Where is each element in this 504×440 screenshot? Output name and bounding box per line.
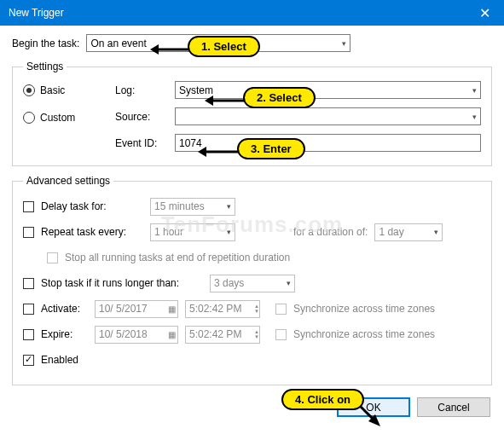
callout-2: 2. Select <box>243 87 316 108</box>
radio-icon <box>23 112 35 124</box>
repeat-checkbox[interactable] <box>23 227 34 238</box>
expire-time <box>185 326 260 344</box>
activate-time <box>185 300 260 318</box>
repeat-label: Repeat task every: <box>41 226 143 238</box>
callout-3: 3. Enter <box>237 138 305 159</box>
arrow-icon <box>205 92 247 109</box>
radio-custom-label: Custom <box>40 112 75 124</box>
eventid-label: Event ID: <box>115 137 175 149</box>
expire-checkbox[interactable] <box>23 329 34 340</box>
stop-repeat-checkbox <box>47 252 58 263</box>
duration-value: 1 day <box>379 226 403 238</box>
title-bar: New Trigger ✕ <box>0 0 504 26</box>
spinner-icon: ▲▼ <box>254 329 259 339</box>
chevron-down-icon: ▾ <box>287 279 291 287</box>
radio-custom[interactable]: Custom <box>23 112 100 124</box>
stop-runs-label: Stop task if it runs longer than: <box>41 277 203 289</box>
svg-marker-1 <box>150 44 159 55</box>
spinner-icon: ▲▼ <box>254 304 259 314</box>
chevron-down-icon: ▾ <box>342 39 346 48</box>
stop-runs-checkbox[interactable] <box>23 278 34 289</box>
advanced-group: Advanced settings Delay task for: 15 min… <box>12 175 492 385</box>
log-label: Log: <box>115 84 175 96</box>
expire-date <box>95 326 178 344</box>
settings-legend: Settings <box>23 61 67 72</box>
repeat-value: 1 hour <box>154 226 183 238</box>
arrow-icon <box>198 143 240 160</box>
callout-4: 4. Click on <box>281 389 364 410</box>
chevron-down-icon: ▾ <box>472 86 477 95</box>
cancel-button[interactable]: Cancel <box>417 397 490 417</box>
svg-marker-5 <box>198 147 206 157</box>
stop-repeat-label: Stop all running tasks at end of repetit… <box>65 252 290 263</box>
sync-expire-checkbox <box>275 329 287 340</box>
chevron-down-icon: ▾ <box>227 202 231 211</box>
begin-task-value: On an event <box>90 38 146 49</box>
stop-runs-select: 3 days ▾ <box>210 275 295 292</box>
chevron-down-icon: ▾ <box>434 228 438 236</box>
close-icon: ✕ <box>479 5 490 21</box>
delay-value: 15 minutes <box>154 200 205 212</box>
radio-basic[interactable]: Basic <box>23 84 100 96</box>
chevron-down-icon: ▾ <box>472 113 477 121</box>
activate-checkbox[interactable] <box>23 304 34 315</box>
delay-select: 15 minutes ▾ <box>150 198 235 216</box>
source-label: Source: <box>115 111 175 123</box>
svg-marker-3 <box>205 96 213 106</box>
close-button[interactable]: ✕ <box>466 0 504 26</box>
source-select[interactable]: ▾ <box>175 107 481 125</box>
enabled-label: Enabled <box>41 354 78 366</box>
radio-icon <box>23 84 35 96</box>
callout-1: 1. Select <box>188 36 260 57</box>
begin-task-label: Begin the task: <box>12 38 79 49</box>
advanced-legend: Advanced settings <box>23 175 113 187</box>
dialog-content: Begin the task: On an event ▾ Settings B… <box>0 26 504 429</box>
expire-label: Expire: <box>41 328 88 340</box>
activate-date <box>95 300 178 318</box>
arrow-icon <box>150 41 193 58</box>
duration-select: 1 day ▾ <box>374 223 443 241</box>
delay-checkbox[interactable] <box>23 201 34 212</box>
chevron-down-icon: ▾ <box>227 228 231 236</box>
sync-activate-label: Synchronize across time zones <box>293 303 435 315</box>
enabled-checkbox[interactable] <box>23 355 34 366</box>
delay-label: Delay task for: <box>41 200 143 212</box>
duration-label: for a duration of: <box>293 226 368 238</box>
repeat-select: 1 hour ▾ <box>150 223 235 241</box>
stop-runs-value: 3 days <box>214 277 244 289</box>
radio-basic-label: Basic <box>40 84 65 96</box>
window-title: New Trigger <box>9 7 64 19</box>
activate-label: Activate: <box>41 303 88 315</box>
sync-activate-checkbox <box>275 304 287 315</box>
sync-expire-label: Synchronize across time zones <box>293 328 435 340</box>
